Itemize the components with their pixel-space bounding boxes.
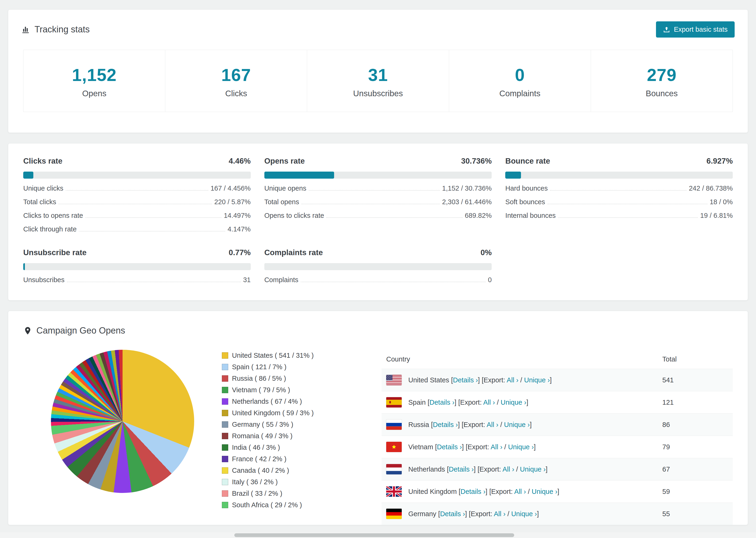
metric-label: Unsubscribes	[23, 276, 65, 284]
geo-header: Campaign Geo Opens	[23, 326, 733, 336]
country-column-header: Country	[382, 350, 658, 369]
total-column-header: Total	[658, 350, 733, 369]
rate-value: 4.46%	[229, 157, 251, 166]
metric-label: Clicks to opens rate	[23, 212, 83, 219]
stat-complaints: 0Complaints	[449, 50, 591, 112]
metric-value: 19 / 6.81%	[700, 212, 733, 219]
table-row-vietnam: Vietnam [Details ›] [Export: All › / Uni…	[382, 436, 733, 458]
dotted-leader	[85, 217, 221, 218]
rates-grid: Clicks rate4.46%Unique clicks167 / 4.456…	[23, 157, 733, 284]
rate-panel-complaints-rate: Complaints rate0%Complaints0	[264, 248, 492, 284]
stat-label: Complaints	[449, 89, 591, 98]
horizontal-scrollbar[interactable]	[0, 532, 756, 538]
stat-bounces: 279Bounces	[591, 50, 732, 112]
rate-header: Opens rate30.736%	[264, 157, 492, 166]
details-link[interactable]: Details ›	[460, 488, 485, 495]
export-unique-link[interactable]: Unique ›	[508, 443, 534, 451]
progress-bar	[264, 263, 492, 270]
legend-item-united-kingdom: United Kingdom ( 59 / 3% )	[222, 409, 372, 417]
page-title: Tracking stats	[34, 25, 90, 34]
geo-content: United States ( 541 / 31% )Spain ( 121 /…	[23, 350, 733, 525]
stat-opens: 1,152Opens	[24, 50, 165, 112]
export-basic-stats-button[interactable]: Export basic stats	[656, 21, 735, 37]
legend-swatch	[222, 387, 228, 393]
horizontal-scrollbar-thumb[interactable]	[234, 533, 514, 537]
metric-value: 0	[488, 276, 492, 284]
export-unique-link[interactable]: Unique ›	[511, 510, 537, 517]
details-link[interactable]: Details ›	[449, 465, 474, 473]
export-unique-link[interactable]: Unique ›	[504, 421, 530, 428]
metric-label: Total clicks	[23, 198, 56, 206]
country-cell: Russia [Details ›] [Export: All › / Uniq…	[382, 413, 658, 436]
metric-row: Unsubscribes31	[23, 276, 251, 284]
rate-panel-opens-rate: Opens rate30.736%Unique opens1,152 / 30.…	[264, 157, 492, 233]
legend-item-germany: Germany ( 55 / 3% )	[222, 421, 372, 428]
export-all-link[interactable]: All ›	[491, 443, 503, 451]
export-unique-link[interactable]: Unique ›	[501, 399, 526, 406]
export-all-link[interactable]: All ›	[494, 510, 506, 517]
country-name: United Kingdom	[408, 488, 457, 495]
rate-panel-unsubscribe-rate: Unsubscribe rate0.77%Unsubscribes31	[23, 248, 251, 284]
table-row-russia: Russia [Details ›] [Export: All › / Uniq…	[382, 413, 733, 436]
metric-value: 167 / 4.456%	[211, 185, 251, 192]
geo-pie-chart	[51, 350, 194, 493]
spain-flag-icon	[386, 397, 402, 407]
dotted-leader	[550, 190, 686, 190]
metric-row: Opens to clicks rate689.82%	[264, 212, 492, 219]
bar-chart-icon	[21, 26, 30, 34]
legend-item-italy: Italy ( 36 / 2% )	[222, 478, 372, 486]
rate-title: Opens rate	[264, 157, 305, 166]
table-row-united-states: United States [Details ›] [Export: All ›…	[382, 369, 733, 391]
country-links: Netherlands [Details ›] [Export: All › /…	[408, 465, 548, 473]
tracking-stats-title-row: Tracking stats	[21, 25, 90, 34]
metric-row: Clicks to opens rate14.497%	[23, 212, 251, 219]
export-all-link[interactable]: All ›	[507, 376, 518, 384]
legend-item-south-africa: South Africa ( 29 / 2% )	[222, 501, 372, 509]
export-label: Export:	[460, 399, 483, 406]
country-links: United States [Details ›] [Export: All ›…	[408, 376, 552, 384]
country-total: 121	[658, 391, 733, 413]
metric-value: 14.497%	[224, 212, 251, 219]
rate-rows: Unsubscribes31	[23, 276, 251, 284]
export-unique-link[interactable]: Unique ›	[520, 465, 546, 473]
country-name: Russia	[408, 421, 429, 428]
details-link[interactable]: Details ›	[433, 421, 458, 428]
country-cell: Vietnam [Details ›] [Export: All › / Uni…	[382, 436, 658, 458]
export-unique-link[interactable]: Unique ›	[531, 488, 557, 495]
details-link[interactable]: Details ›	[437, 443, 462, 451]
progress-bar	[23, 263, 251, 270]
rate-title: Unsubscribe rate	[23, 248, 87, 257]
legend-item-united-states: United States ( 541 / 31% )	[222, 351, 372, 359]
export-all-link[interactable]: All ›	[514, 488, 526, 495]
export-unique-link[interactable]: Unique ›	[524, 376, 550, 384]
rate-header: Unsubscribe rate0.77%	[23, 248, 251, 257]
legend-label: Canada ( 40 / 2% )	[232, 467, 289, 474]
rate-value: 6.927%	[706, 157, 733, 166]
metric-value: 242 / 86.738%	[689, 185, 733, 192]
country-links: Russia [Details ›] [Export: All › / Uniq…	[408, 421, 531, 429]
rate-rows: Complaints0	[264, 276, 492, 284]
details-link[interactable]: Details ›	[429, 399, 454, 406]
dotted-leader	[326, 217, 462, 218]
legend-item-vietnam: Vietnam ( 79 / 5% )	[222, 386, 372, 394]
export-label: Export:	[471, 510, 494, 517]
rate-title: Clicks rate	[23, 157, 63, 166]
legend-label: Russia ( 86 / 5% )	[232, 375, 286, 382]
country-total: 67	[658, 458, 733, 480]
table-row-germany: Germany [Details ›] [Export: All › / Uni…	[382, 503, 733, 525]
legend-swatch	[222, 490, 228, 497]
geo-title: Campaign Geo Opens	[36, 326, 125, 336]
export-all-link[interactable]: All ›	[483, 399, 495, 406]
details-link[interactable]: Details ›	[440, 510, 465, 517]
legend-swatch	[222, 467, 228, 474]
details-link[interactable]: Details ›	[453, 376, 478, 384]
export-all-link[interactable]: All ›	[487, 421, 499, 428]
dashboard-page: Tracking stats Export basic stats 1,152O…	[0, 0, 756, 525]
metric-row: Complaints0	[264, 276, 492, 284]
table-row-united-kingdom: United Kingdom [Details ›] [Export: All …	[382, 480, 733, 503]
table-row-netherlands: Netherlands [Details ›] [Export: All › /…	[382, 458, 733, 480]
geo-table-header-row: Country Total	[382, 350, 733, 369]
legend-swatch	[222, 479, 228, 485]
export-all-link[interactable]: All ›	[503, 465, 514, 473]
rate-value: 0.77%	[229, 248, 251, 257]
